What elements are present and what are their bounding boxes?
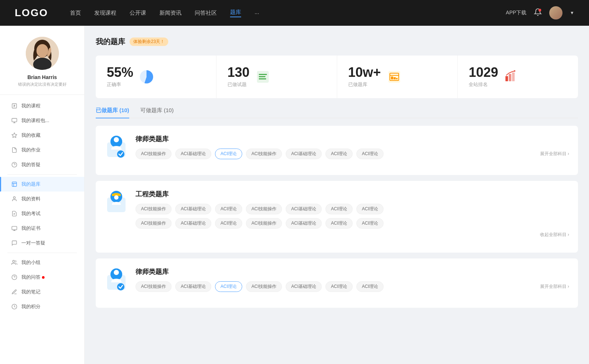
profile-bio: 错误的决定比没有决定要好 bbox=[7, 82, 77, 87]
tag[interactable]: ACI技能操作 bbox=[135, 218, 172, 229]
qbank-tags-2-row2: ACI技能操作 ACI基础理论 ACI理论 ACI技能操作 ACI基础理论 AC… bbox=[135, 218, 569, 229]
tab-row: 已做题库 (10) 可做题库 (10) bbox=[96, 107, 578, 118]
tag[interactable]: ACI理论 bbox=[325, 149, 353, 159]
svg-point-39 bbox=[114, 195, 119, 200]
nav-discover[interactable]: 发现课程 bbox=[94, 10, 116, 17]
svg-point-12 bbox=[13, 197, 15, 199]
sidebar-item-course-packages[interactable]: 我的课程包... bbox=[0, 113, 84, 128]
sidebar-item-courses[interactable]: 我的课程 bbox=[0, 99, 84, 113]
stats-row: 55% 正确率 130 已做试题 bbox=[96, 56, 578, 98]
tag-active[interactable]: ACI理论 bbox=[215, 149, 242, 159]
tag[interactable]: ACI理论 bbox=[215, 218, 242, 229]
expand-link-3[interactable]: 展开全部科目 › bbox=[540, 283, 569, 290]
tag[interactable]: ACI技能操作 bbox=[135, 204, 172, 214]
tag[interactable]: ACI技能操作 bbox=[246, 204, 282, 214]
stat-done-banks: 10w+ 已做题库 bbox=[337, 56, 458, 98]
tag[interactable]: ACI基础理论 bbox=[175, 204, 211, 214]
user-dropdown-icon[interactable]: ▼ bbox=[570, 10, 574, 15]
svg-rect-25 bbox=[391, 76, 393, 79]
qbank-tags-1: ACI技能操作 ACI基础理论 ACI理论 ACI技能操作 ACI基础理论 AC… bbox=[135, 149, 569, 159]
svg-rect-21 bbox=[259, 78, 266, 79]
tag[interactable]: ACI理论 bbox=[356, 149, 384, 159]
page-header: 我的题库 体验剩余23天！ bbox=[96, 37, 578, 47]
stat-done-questions-icon bbox=[255, 69, 270, 84]
qbank-tags-3: ACI技能操作 ACI基础理论 ACI理论 ACI技能操作 ACI基础理论 AC… bbox=[135, 281, 569, 292]
tag[interactable]: ACI基础理论 bbox=[286, 218, 322, 229]
stat-accuracy-value: 55% bbox=[107, 66, 133, 79]
svg-point-3 bbox=[36, 44, 48, 57]
sidebar-item-qa[interactable]: 我的答疑 bbox=[0, 157, 84, 172]
nav-news[interactable]: 新闻资讯 bbox=[159, 10, 181, 17]
expand-link-1[interactable]: 展开全部科目 › bbox=[540, 151, 569, 157]
sidebar-profile: Brian Harris 错误的决定比没有决定要好 bbox=[0, 37, 84, 95]
nav-question-bank[interactable]: 题库 bbox=[230, 9, 241, 17]
main-content: 我的题库 体验剩余23天！ 55% 正确率 130 已做试题 bbox=[85, 26, 589, 364]
collapse-link-2[interactable]: 收起全部科目 › bbox=[135, 232, 569, 238]
stat-done-questions: 130 已做试题 bbox=[216, 56, 337, 98]
tag[interactable]: ACI理论 bbox=[215, 204, 242, 214]
stat-done-questions-label: 已做试题 bbox=[228, 81, 250, 88]
tag[interactable]: ACI理论 bbox=[356, 281, 384, 292]
tag-active[interactable]: ACI理论 bbox=[215, 281, 242, 292]
qbank-card-lawyer-1: 律师类题库 ACI技能操作 ACI基础理论 ACI理论 ACI技能操作 ACI基… bbox=[96, 126, 578, 175]
qbank-header-1: 律师类题库 ACI技能操作 ACI基础理论 ACI理论 ACI技能操作 ACI基… bbox=[105, 135, 569, 160]
sidebar-item-profile[interactable]: 我的资料 bbox=[0, 192, 84, 206]
svg-rect-28 bbox=[505, 76, 508, 81]
sidebar-item-question-bank[interactable]: 我的题库 bbox=[0, 177, 84, 192]
nav-qa[interactable]: 问答社区 bbox=[195, 10, 217, 17]
exam-icon bbox=[11, 210, 18, 217]
tag[interactable]: ACI理论 bbox=[325, 281, 353, 292]
sidebar-item-groups[interactable]: 我的小组 bbox=[0, 255, 84, 270]
qbank-header-2: 工程类题库 ACI技能操作 ACI基础理论 ACI理论 ACI技能操作 ACI基… bbox=[105, 190, 569, 238]
points-icon bbox=[11, 303, 18, 310]
tag[interactable]: ACI理论 bbox=[325, 218, 353, 229]
nav-more[interactable]: ··· bbox=[254, 10, 259, 16]
tag[interactable]: ACI基础理论 bbox=[286, 149, 322, 159]
stat-accuracy: 55% 正确率 bbox=[96, 56, 216, 98]
tag[interactable]: ACI技能操作 bbox=[246, 281, 282, 292]
sidebar-item-certificate[interactable]: 我的证书 bbox=[0, 221, 84, 236]
app-download-link[interactable]: APP下载 bbox=[506, 10, 526, 16]
stat-rank-icon bbox=[504, 69, 519, 84]
qbank-title-2: 工程类题库 bbox=[135, 190, 569, 199]
tag[interactable]: ACI基础理论 bbox=[286, 204, 322, 214]
courses-icon bbox=[11, 103, 18, 109]
nav-open-course[interactable]: 公开课 bbox=[130, 10, 146, 17]
tab-done-banks[interactable]: 已做题库 (10) bbox=[96, 107, 129, 118]
tag[interactable]: ACI理论 bbox=[356, 218, 384, 229]
sidebar-item-notes[interactable]: 我的笔记 bbox=[0, 285, 84, 299]
qbank-card-engineer: 工程类题库 ACI技能操作 ACI基础理论 ACI理论 ACI技能操作 ACI基… bbox=[96, 181, 578, 253]
tag[interactable]: ACI技能操作 bbox=[246, 218, 282, 229]
tag[interactable]: ACI技能操作 bbox=[135, 149, 172, 159]
svg-rect-29 bbox=[509, 74, 511, 81]
sidebar-item-one-on-one[interactable]: 一对一答疑 bbox=[0, 236, 84, 250]
svg-point-42 bbox=[114, 270, 119, 275]
profile-icon bbox=[11, 196, 18, 202]
tag[interactable]: ACI理论 bbox=[356, 204, 384, 214]
sidebar-item-homework[interactable]: 我的作业 bbox=[0, 143, 84, 157]
sidebar-item-exam[interactable]: 我的考试 bbox=[0, 206, 84, 221]
tag[interactable]: ACI基础理论 bbox=[286, 281, 322, 292]
qbank-title-1: 律师类题库 bbox=[135, 135, 569, 143]
my-questions-icon bbox=[11, 274, 18, 281]
sidebar-item-favorites[interactable]: 我的收藏 bbox=[0, 128, 84, 143]
tab-available-banks[interactable]: 可做题库 (10) bbox=[140, 107, 174, 118]
certificate-icon bbox=[11, 225, 18, 232]
nav-home[interactable]: 首页 bbox=[70, 10, 81, 17]
svg-point-14 bbox=[13, 260, 14, 262]
qbank-card-lawyer-2: 律师类题库 ACI技能操作 ACI基础理论 ACI理论 ACI技能操作 ACI基… bbox=[96, 258, 578, 308]
sidebar-item-my-questions[interactable]: 我的问答 bbox=[0, 270, 84, 285]
stat-rank: 1029 全站排名 bbox=[458, 56, 578, 98]
tag[interactable]: ACI技能操作 bbox=[246, 149, 282, 159]
tag[interactable]: ACI基础理论 bbox=[175, 218, 211, 229]
tag[interactable]: ACI基础理论 bbox=[175, 281, 211, 292]
svg-point-34 bbox=[114, 137, 119, 142]
notification-bell-icon[interactable] bbox=[534, 8, 542, 18]
sidebar-item-points[interactable]: 我的积分 bbox=[0, 299, 84, 314]
user-avatar[interactable] bbox=[549, 6, 562, 19]
tag[interactable]: ACI技能操作 bbox=[135, 281, 172, 292]
menu-divider-2 bbox=[7, 253, 77, 253]
tag[interactable]: ACI理论 bbox=[325, 204, 353, 214]
profile-name: Brian Harris bbox=[7, 74, 77, 80]
tag[interactable]: ACI基础理论 bbox=[175, 149, 211, 159]
